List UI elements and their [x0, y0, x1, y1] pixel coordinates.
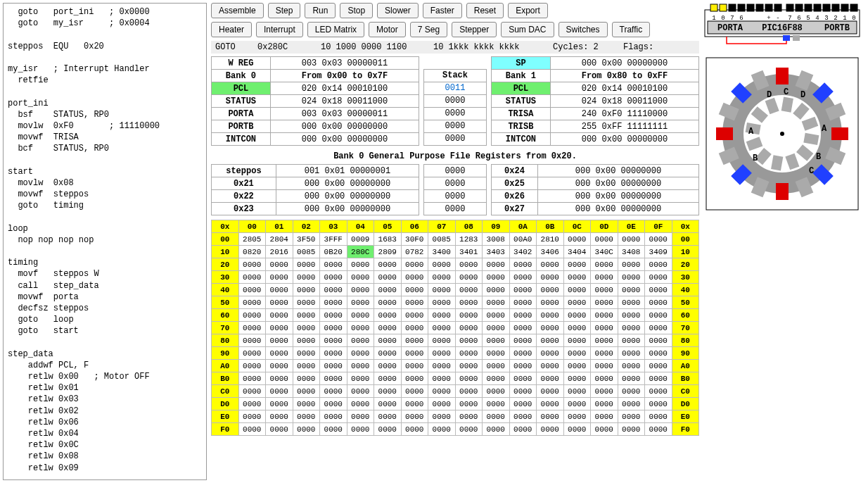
- mem-cell: 0000: [320, 410, 347, 423]
- gpr-value: 001 0x01 00000001: [276, 165, 419, 177]
- bank1-table: SP000 0x00 00000000 Bank 1From 0x80 to 0…: [491, 56, 699, 146]
- toolbar-row-2: HeaterInterruptLED MatrixMotor7 SegStepp…: [211, 22, 699, 37]
- mem-cell: 0000: [645, 334, 672, 347]
- mem-cell: 0000: [645, 296, 672, 309]
- mem-cell: 0000: [645, 372, 672, 385]
- stack-row: 0000: [424, 132, 487, 145]
- svg-rect-21: [814, 4, 821, 11]
- traffic-button[interactable]: Traffic: [612, 22, 651, 37]
- mem-cell: 0000: [591, 233, 618, 246]
- motor-pole-label: A: [822, 124, 827, 134]
- reg-trisb-label: TRISB: [492, 120, 551, 133]
- mem-cell: 0000: [401, 372, 428, 385]
- gpr-label: 0x25: [492, 177, 538, 190]
- mem-cell: 0000: [238, 347, 266, 360]
- mem-cell: 0000: [563, 385, 591, 398]
- led-matrix-button[interactable]: LED Matrix: [307, 22, 364, 37]
- run-button[interactable]: Run: [305, 3, 336, 18]
- mem-col-header: 01: [266, 220, 293, 233]
- svg-rect-53: [793, 103, 810, 120]
- mem-cell: 0000: [618, 284, 645, 296]
- mem-cell: 0000: [618, 423, 645, 436]
- faster-button[interactable]: Faster: [423, 3, 462, 18]
- status-bin: 10 1000 0000 1100: [321, 42, 433, 52]
- step-button[interactable]: Step: [268, 3, 301, 18]
- mem-col-header: 09: [483, 220, 510, 233]
- mem-cell: 0000: [483, 258, 510, 271]
- mem-cell: 0000: [537, 258, 564, 271]
- mem-cell: 0000: [266, 322, 293, 334]
- mem-cell: 0000: [537, 296, 564, 309]
- stop-button[interactable]: Stop: [340, 3, 373, 18]
- slower-button[interactable]: Slower: [377, 3, 419, 18]
- sum-dac-button[interactable]: Sum DAC: [501, 22, 554, 37]
- mem-cell: 0000: [455, 423, 483, 436]
- stepper-button[interactable]: Stepper: [452, 22, 497, 37]
- mem-cell: 0000: [455, 385, 483, 398]
- motor-pole-label: C: [809, 166, 814, 176]
- interrupt-button[interactable]: Interrupt: [256, 22, 303, 37]
- mem-cell: 0000: [509, 284, 537, 296]
- reg-pcl-value: 020 0x14 00010100: [270, 82, 419, 95]
- motor-pole-label: D: [767, 90, 772, 100]
- mem-cell: 0000: [401, 322, 428, 334]
- heater-button[interactable]: Heater: [211, 22, 252, 37]
- mem-cell: 0000: [266, 360, 293, 372]
- mem-cell: 0000: [618, 258, 645, 271]
- gpr-value: 000 0x00 00000000: [276, 190, 419, 203]
- mem-cell: 0000: [238, 423, 266, 436]
- svg-rect-32: [783, 35, 790, 41]
- svg-rect-57: [785, 153, 799, 170]
- mem-col-header: 0B: [537, 220, 564, 233]
- reg-intcon-value: 000 0x00 00000000: [550, 133, 698, 146]
- svg-rect-33: [793, 35, 800, 41]
- mem-cell: 0000: [401, 398, 428, 410]
- mem-col-header: 03: [320, 220, 347, 233]
- mem-cell: 0000: [238, 284, 266, 296]
- mem-cell: 0000: [483, 372, 510, 385]
- svg-rect-9: [747, 4, 754, 11]
- mem-cell: 0000: [293, 360, 320, 372]
- mem-row-header: 00: [672, 233, 699, 246]
- mem-cell: 0000: [591, 271, 618, 284]
- mem-cell: 0000: [483, 347, 510, 360]
- svg-rect-23: [823, 4, 830, 11]
- mem-cell: 0000: [509, 372, 537, 385]
- mem-cell: 0000: [455, 258, 483, 271]
- mem-col-header: 08: [455, 220, 483, 233]
- register-area: W REG003 0x03 00000011 Bank 0From 0x00 t…: [211, 56, 699, 146]
- mem-cell: 0085: [293, 246, 320, 258]
- 7-seg-button[interactable]: 7 Seg: [410, 22, 447, 37]
- status-flags: Flags:: [623, 42, 653, 52]
- mem-cell: 0000: [537, 423, 564, 436]
- bank0-header: Bank 0: [212, 70, 271, 82]
- mem-cell: 0000: [591, 322, 618, 334]
- reset-button[interactable]: Reset: [466, 3, 504, 18]
- svg-rect-5: [729, 4, 736, 11]
- mem-cell: 0000: [320, 296, 347, 309]
- switches-button[interactable]: Switches: [559, 22, 608, 37]
- mem-cell: 0000: [455, 322, 483, 334]
- reg-status-value: 024 0x18 00011000: [550, 95, 698, 108]
- mem-row-header: 50: [212, 296, 239, 309]
- motor-button[interactable]: Motor: [369, 22, 406, 37]
- mem-cell: 0000: [618, 296, 645, 309]
- svg-rect-19: [805, 4, 812, 11]
- mem-cell: 3406: [537, 246, 564, 258]
- assemble-button[interactable]: Assemble: [211, 3, 264, 18]
- export-button[interactable]: Export: [508, 3, 548, 18]
- gpr-label: 0x24: [492, 165, 538, 177]
- mem-col-header: 04: [347, 220, 374, 233]
- mem-cell: 0000: [374, 309, 402, 322]
- gpr-mid-value: 0000: [424, 177, 487, 190]
- mem-col-header: 0C: [563, 220, 591, 233]
- gpr-value: 000 0x00 00000000: [537, 165, 698, 177]
- reg-trisb-value: 255 0xFF 11111111: [550, 120, 698, 133]
- mem-cell: 0000: [266, 372, 293, 385]
- mem-cell: 0000: [401, 410, 428, 423]
- mem-cell: 0000: [347, 360, 374, 372]
- mem-cell: 0000: [591, 334, 618, 347]
- gpr-label: 0x21: [212, 177, 276, 190]
- mem-cell: 0000: [266, 284, 293, 296]
- code-editor[interactable]: goto port_ini ; 0x0000 goto my_isr ; 0x0…: [3, 3, 207, 480]
